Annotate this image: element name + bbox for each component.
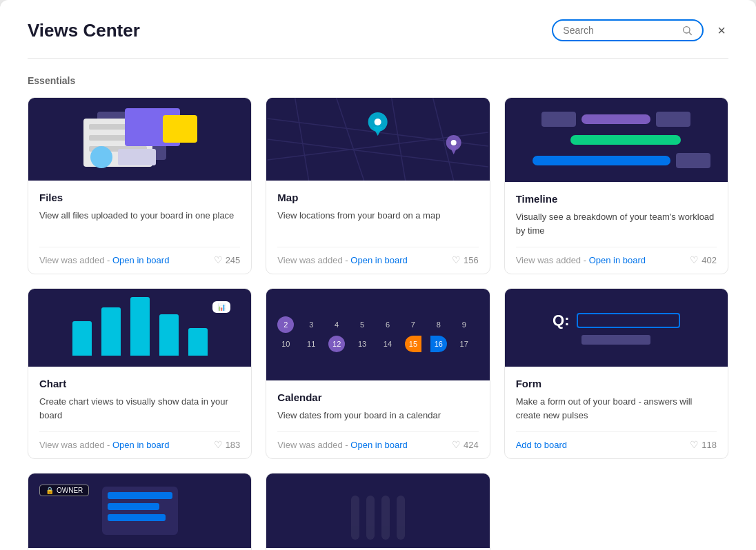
card-map: Map View locations from your board on a …	[266, 97, 490, 274]
bar-col-1	[72, 321, 92, 356]
svg-point-12	[375, 119, 381, 125]
card-title-timeline: Timeline	[516, 193, 717, 205]
card-footer-calendar: View was added - Open in board ♡ 424	[277, 431, 478, 450]
open-board-link-files[interactable]: Open in board	[112, 255, 169, 265]
cal-cell-9: 9	[456, 316, 472, 333]
svg-line-1	[689, 32, 692, 35]
card-footer-chart: View was added - Open in board ♡ 183	[39, 431, 240, 450]
section-label: Essentials	[28, 75, 728, 86]
likes-count-calendar: 424	[464, 440, 479, 450]
close-button[interactable]: ×	[715, 21, 728, 40]
form-q-label: Q:	[553, 312, 569, 329]
bar-col-4	[159, 314, 179, 356]
card-title-files: Files	[39, 192, 240, 203]
cal-cell-3: 3	[303, 316, 319, 333]
cal-cell-14: 14	[379, 336, 396, 352]
kanban-cols	[351, 496, 405, 540]
form-input-mock	[577, 313, 680, 328]
likes-count-timeline: 402	[702, 255, 717, 265]
search-input[interactable]	[563, 25, 676, 36]
modal-header: Views Center ×	[28, 19, 728, 41]
card-likes-chart: ♡ 183	[214, 439, 241, 450]
heart-icon-map: ♡	[452, 254, 461, 265]
kanban-col-3	[381, 496, 390, 540]
tl-msg-right	[656, 112, 690, 127]
card-body-chart: Chart Create chart views to visually sho…	[28, 367, 251, 458]
card-action-files: View was added - Open in board	[39, 255, 169, 265]
map-svg	[266, 98, 489, 181]
kanban-col-1	[351, 496, 359, 540]
search-box[interactable]	[552, 19, 704, 41]
card-likes-files: ♡ 245	[214, 254, 241, 265]
card-kanban: Kanban A way to view your board with car…	[266, 473, 490, 550]
card-body-calendar: Calendar View dates from your board in a…	[266, 380, 489, 459]
add-to-board-link-form[interactable]: Add to board	[516, 440, 567, 450]
card-desc-files: View all files uploaded to your board in…	[39, 209, 240, 237]
bar-rect-2	[101, 307, 121, 356]
cal-cell-11: 11	[303, 336, 319, 352]
card-likes-calendar: ♡ 424	[452, 439, 479, 450]
open-board-link-timeline[interactable]: Open in board	[589, 255, 646, 265]
card-timeline: Timeline Visually see a breakdown of you…	[504, 97, 728, 274]
card-desc-calendar: View dates from your board in a calendar	[277, 409, 478, 422]
cal-grid: 2 3 4 5 6 7 8 9 10 11 12 13 14 15	[277, 316, 478, 352]
card-desc-form: Make a form out of your board - answers …	[516, 395, 717, 422]
card-title-map: Map	[277, 192, 478, 203]
views-center-modal: Views Center × Essentials	[0, 0, 756, 550]
card-footer-files: View was added - Open in board ♡ 245	[39, 247, 240, 265]
tl-bar-teal	[533, 156, 670, 165]
likes-count-files: 245	[226, 255, 241, 265]
lock-icon: 🔒	[46, 487, 54, 494]
cal-cell-8: 8	[430, 316, 447, 333]
owner-badge: 🔒 OWNER	[39, 485, 89, 496]
card-form: Q: Form Make a form out of your board - …	[504, 288, 728, 459]
open-board-link-map[interactable]: Open in board	[350, 255, 407, 265]
card-footer-map: View was added - Open in board ♡ 156	[277, 247, 478, 265]
cal-cell-7: 7	[405, 316, 421, 333]
card-desc-chart: Create chart views to visually show data…	[39, 395, 240, 422]
card-action-calendar: View was added - Open in board	[277, 440, 407, 450]
card-image-kanban	[266, 473, 489, 548]
card-likes-form: ♡ 118	[690, 439, 717, 450]
card-broadcast: 🔒 OWNER Broadcast Broadcast your boards …	[28, 473, 252, 550]
card-body-files: Files View all files uploaded to your bo…	[28, 181, 251, 274]
tl-bar-purple	[581, 114, 650, 124]
doc-yellow	[163, 115, 197, 143]
svg-point-15	[451, 140, 457, 145]
status-text-map: View was added -	[277, 255, 350, 265]
card-image-timeline	[505, 98, 728, 182]
card-footer-timeline: View was added - Open in board ♡ 402	[516, 247, 717, 265]
svg-point-0	[684, 27, 690, 33]
card-footer-form: Add to board ♡ 118	[516, 431, 717, 450]
likes-count-form: 118	[702, 440, 717, 450]
cal-cell-15: 15	[405, 336, 421, 352]
bar-rect-4	[159, 314, 179, 356]
bar-rect-3	[130, 297, 150, 356]
cal-cell-10: 10	[277, 336, 294, 352]
broadcast-card-mock	[102, 487, 178, 535]
cal-cell-5: 5	[354, 316, 370, 333]
doc-small	[118, 149, 156, 165]
card-action-timeline: View was added - Open in board	[516, 255, 646, 265]
bar-rect-1	[72, 321, 92, 356]
cal-cell-13: 13	[354, 336, 370, 352]
avatar-circle	[90, 146, 112, 168]
tl-msg-left	[541, 112, 576, 127]
status-text-files: View was added -	[39, 255, 112, 265]
tl-msg-3	[676, 153, 710, 168]
open-board-link-calendar[interactable]: Open in board	[350, 440, 407, 450]
open-board-link-chart[interactable]: Open in board	[112, 440, 169, 450]
bar-col-2	[101, 307, 121, 356]
heart-icon-calendar: ♡	[452, 439, 461, 450]
cal-cell-16: 16	[430, 336, 447, 352]
card-files: Files View all files uploaded to your bo…	[28, 97, 252, 274]
cal-cell-4: 4	[328, 316, 345, 333]
status-text-chart: View was added -	[39, 440, 112, 450]
card-body-form: Form Make a form out of your board - ans…	[505, 367, 728, 458]
modal-title: Views Center	[28, 20, 140, 41]
card-body-map: Map View locations from your board on a …	[266, 181, 489, 274]
broadcast-line-1	[108, 492, 172, 499]
cal-cell-17: 17	[456, 336, 472, 352]
card-calendar: 2 3 4 5 6 7 8 9 10 11 12 13 14 15	[266, 288, 490, 459]
tl-row-2	[551, 135, 681, 145]
